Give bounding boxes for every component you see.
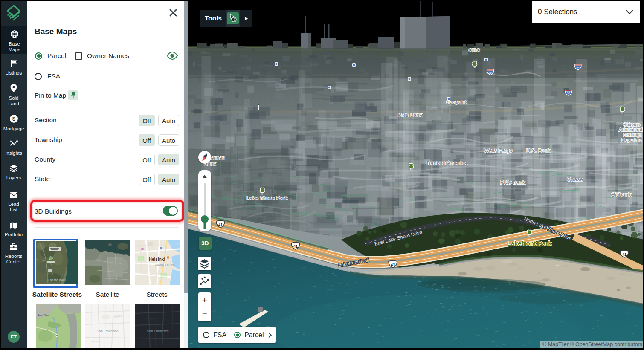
svg-text:FILLMORE: FILLMORE [113,315,122,317]
svg-text:Department: Department [621,137,644,142]
svg-text:PNC Bank: PNC Bank [500,179,525,185]
svg-text:Citibank: Citibank [611,191,631,198]
svg-text:$: $ [12,116,15,122]
svg-text:University of Helsinki: University of Helsinki [155,263,174,266]
svg-text:CIBC: CIBC [469,48,480,53]
svg-text:San Francisco: San Francisco [147,329,169,333]
svg-text:PNC Bank: PNC Bank [398,112,422,118]
svg-text:MISSION: MISSION [91,341,99,343]
svg-text:Hearings: Hearings [623,132,642,137]
svg-text:Lakefront Park: Lakefront Park [507,240,552,247]
svg-text:94: 94 [576,66,580,69]
svg-text:41: 41 [391,263,395,267]
svg-text:San Francisco: San Francisco [96,329,119,333]
svg-text:Chase: Chase [567,176,583,182]
svg-text:Chicago: Chicago [623,122,640,127]
svg-text:Fort McDowell: Fort McDowell [48,278,66,281]
svg-text:41: 41 [622,252,627,257]
svg-text:Administration: Administration [619,127,644,132]
svg-text:Helsinki: Helsinki [149,257,165,262]
svg-text:Lake Shore Park: Lake Shore Park [247,195,288,201]
svg-text:90: 90 [567,92,570,95]
svg-text:41: 41 [293,244,298,249]
svg-text:41: 41 [218,223,223,227]
svg-text:290: 290 [488,71,493,74]
svg-text:U.S. Bank: U.S. Bank [526,148,551,154]
svg-text:Bank of America: Bank of America [427,160,467,166]
svg-text:Wells Fargo: Wells Fargo [484,148,513,153]
svg-text:Curry Flags: Curry Flags [37,314,49,316]
